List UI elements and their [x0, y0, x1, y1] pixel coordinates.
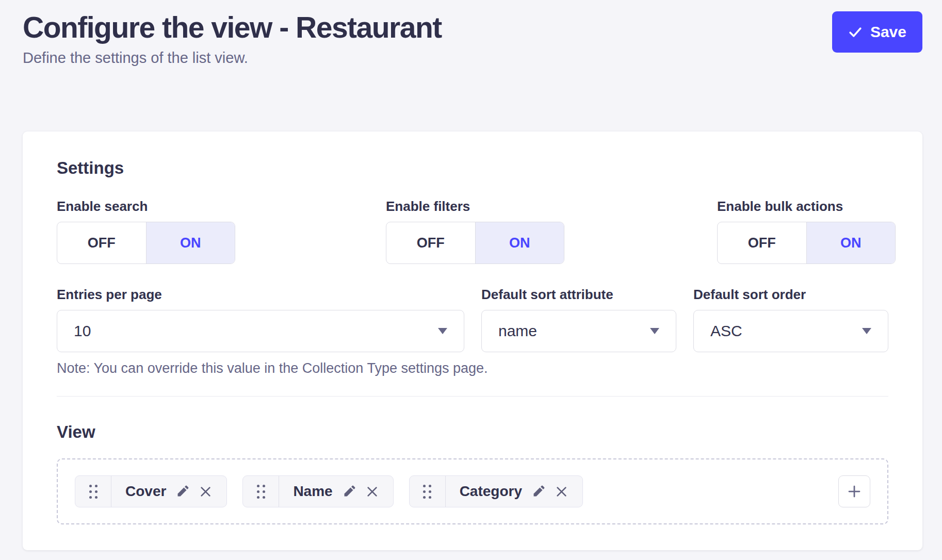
pencil-icon: [175, 485, 189, 499]
field-chip-category[interactable]: Category: [409, 475, 583, 507]
default-sort-order-field: Default sort order ASC: [693, 287, 888, 352]
check-icon: [848, 25, 863, 39]
default-sort-attribute-field: Default sort attribute name: [481, 287, 676, 352]
default-sort-attribute-label: Default sort attribute: [481, 287, 676, 303]
pencil-icon: [531, 485, 545, 499]
pencil-icon: [342, 485, 356, 499]
page-subtitle: Define the settings of the list view.: [23, 50, 442, 67]
remove-field-button[interactable]: [555, 485, 569, 499]
toggles-row: Enable search OFF ON Enable filters OFF …: [57, 199, 888, 264]
default-sort-order-select[interactable]: ASC: [693, 310, 888, 352]
field-chip-body: Name: [279, 476, 393, 507]
edit-field-button[interactable]: [531, 485, 545, 499]
selects-row: Entries per page 10 Default sort attribu…: [57, 287, 888, 352]
enable-filters-toggle[interactable]: OFF ON: [386, 222, 564, 264]
caret-down-icon: [438, 328, 447, 334]
save-button-label: Save: [870, 23, 906, 41]
displayed-fields-zone: Cover: [57, 458, 888, 524]
enable-search-off-option[interactable]: OFF: [57, 222, 146, 263]
enable-search-on-option[interactable]: ON: [146, 222, 235, 263]
field-chip-cover[interactable]: Cover: [75, 475, 227, 507]
drag-dots-icon: [423, 485, 431, 499]
enable-filters-on-option[interactable]: ON: [475, 222, 564, 263]
entries-per-page-select[interactable]: 10: [57, 310, 464, 352]
enable-bulk-actions-off-option[interactable]: OFF: [718, 222, 806, 263]
default-sort-attribute-value: name: [498, 322, 537, 340]
default-sort-order-value: ASC: [710, 322, 742, 340]
enable-bulk-actions-on-option[interactable]: ON: [806, 222, 896, 263]
edit-field-button[interactable]: [342, 485, 356, 499]
entries-per-page-value: 10: [74, 322, 91, 340]
enable-filters-label: Enable filters: [386, 199, 717, 215]
enable-bulk-actions-field: Enable bulk actions OFF ON: [717, 199, 896, 264]
drag-dots-icon: [89, 485, 98, 499]
save-button[interactable]: Save: [832, 11, 922, 53]
enable-bulk-actions-label: Enable bulk actions: [717, 199, 896, 215]
caret-down-icon: [650, 328, 659, 334]
settings-heading: Settings: [57, 158, 888, 178]
enable-filters-field: Enable filters OFF ON: [386, 199, 717, 264]
enable-search-field: Enable search OFF ON: [57, 199, 386, 264]
section-divider: [57, 396, 888, 397]
field-chip-label: Category: [460, 483, 522, 500]
remove-field-button[interactable]: [365, 485, 379, 499]
drag-handle[interactable]: [75, 476, 111, 507]
drag-dots-icon: [257, 485, 265, 499]
close-icon: [199, 485, 213, 499]
header-titles: Configure the view - Restaurant Define t…: [23, 11, 442, 67]
edit-field-button[interactable]: [175, 485, 189, 499]
entries-per-page-field: Entries per page 10: [57, 287, 464, 352]
configure-view-page: Configure the view - Restaurant Define t…: [0, 0, 942, 550]
close-icon: [555, 485, 569, 499]
add-field-button[interactable]: [838, 475, 870, 507]
entries-per-page-label: Entries per page: [57, 287, 464, 303]
page-title: Configure the view - Restaurant: [23, 11, 442, 44]
field-chip-label: Name: [293, 483, 332, 500]
enable-bulk-actions-toggle[interactable]: OFF ON: [717, 222, 896, 264]
default-sort-attribute-select[interactable]: name: [481, 310, 676, 352]
field-chip-body: Cover: [111, 476, 226, 507]
enable-filters-off-option[interactable]: OFF: [386, 222, 475, 263]
plus-icon: [847, 484, 862, 499]
field-chip-body: Category: [446, 476, 582, 507]
drag-handle[interactable]: [243, 476, 279, 507]
enable-search-label: Enable search: [57, 199, 386, 215]
close-icon: [365, 485, 379, 499]
default-sort-order-label: Default sort order: [693, 287, 888, 303]
page-header: Configure the view - Restaurant Define t…: [23, 11, 922, 67]
entries-per-page-note: Note: You can override this value in the…: [57, 360, 888, 376]
field-chip-name[interactable]: Name: [242, 475, 393, 507]
drag-handle[interactable]: [410, 476, 446, 507]
enable-search-toggle[interactable]: OFF ON: [57, 222, 235, 264]
settings-card: Settings Enable search OFF ON Enable fil…: [23, 131, 922, 550]
field-chip-label: Cover: [125, 483, 166, 500]
view-heading: View: [57, 422, 888, 442]
caret-down-icon: [862, 328, 871, 334]
remove-field-button[interactable]: [199, 485, 213, 499]
